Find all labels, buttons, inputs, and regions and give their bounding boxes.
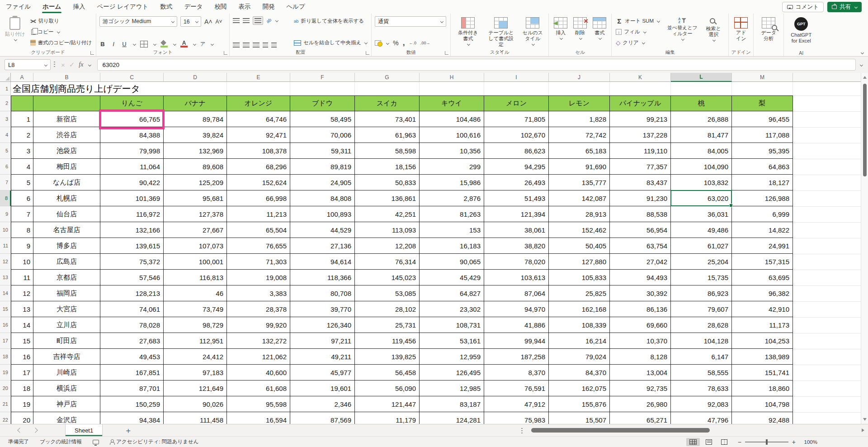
cell-M12[interactable]: 157,315 — [732, 254, 793, 270]
cell-F2[interactable]: ブドウ — [290, 95, 355, 111]
cell-C10[interactable]: 132,166 — [100, 222, 164, 238]
cell-M15[interactable]: 42,910 — [732, 301, 793, 317]
vertical-scrollbar[interactable] — [861, 73, 868, 424]
cell-B11[interactable]: 博多店 — [33, 238, 100, 254]
column-header-B[interactable]: B — [33, 73, 100, 82]
cell-B16[interactable]: 立川店 — [33, 317, 100, 333]
cell-I9[interactable]: 121,394 — [484, 206, 549, 222]
cell-A20[interactable]: 18 — [11, 380, 33, 396]
cell-C22[interactable]: 94,384 — [100, 412, 164, 424]
row-header-11[interactable]: 11 — [0, 238, 11, 254]
cell-L14[interactable]: 86,923 — [671, 285, 732, 301]
cell-I22[interactable]: 75,983 — [484, 412, 549, 424]
cell-E10[interactable]: 65,504 — [227, 222, 290, 238]
cell-A16[interactable]: 14 — [11, 317, 33, 333]
italic-button[interactable]: I — [110, 41, 117, 48]
cell-K16[interactable]: 69,660 — [610, 317, 671, 333]
cell-styles-button[interactable]: セルのスタイル — [520, 16, 545, 47]
display-settings-icon[interactable] — [93, 440, 99, 444]
cell-B4[interactable]: 渋谷店 — [33, 127, 100, 143]
cell-L3[interactable]: 26,888 — [671, 111, 732, 127]
cell-E15[interactable]: 28,378 — [227, 301, 290, 317]
cell-M3[interactable]: 96,455 — [732, 111, 793, 127]
increase-decimal-icon[interactable]: ←.0 — [409, 41, 416, 45]
cell-H20[interactable]: 12,985 — [420, 380, 484, 396]
cell-G12[interactable]: 76,314 — [355, 254, 420, 270]
cell-B17[interactable]: 町田店 — [33, 333, 100, 349]
cell-L13[interactable]: 15,735 — [671, 270, 732, 285]
cell-H14[interactable]: 64,827 — [420, 285, 484, 301]
cell-L6[interactable]: 104,090 — [671, 159, 732, 175]
cell-I20[interactable]: 76,591 — [484, 380, 549, 396]
cell-J20[interactable]: 162,075 — [549, 380, 610, 396]
cell-E6[interactable]: 68,296 — [227, 159, 290, 175]
conditional-formatting-button[interactable]: 条件付き書式 — [454, 16, 482, 47]
cell-E11[interactable]: 76,655 — [227, 238, 290, 254]
borders-icon[interactable] — [140, 41, 148, 48]
cell-L7[interactable]: 103,832 — [671, 175, 732, 190]
cell-L16[interactable]: 28,628 — [671, 317, 732, 333]
cell-G18[interactable]: 139,825 — [355, 349, 420, 365]
row-header-6[interactable]: 6 — [0, 159, 11, 175]
cell-I14[interactable]: 87,064 — [484, 285, 549, 301]
cell-I6[interactable]: 94,295 — [484, 159, 549, 175]
cell-H6[interactable]: 299 — [420, 159, 484, 175]
scroll-up-icon[interactable] — [863, 76, 867, 79]
cell-G1[interactable] — [355, 82, 420, 95]
zoom-slider[interactable] — [745, 442, 788, 442]
cell-H22[interactable]: 124,281 — [420, 412, 484, 424]
cell-F10[interactable]: 44,529 — [290, 222, 355, 238]
cell-I11[interactable]: 38,820 — [484, 238, 549, 254]
menu-tab-view[interactable]: 表示 — [233, 0, 257, 14]
cell-A8[interactable]: 6 — [11, 190, 33, 206]
cell-E9[interactable]: 11,213 — [227, 206, 290, 222]
row-header-19[interactable]: 19 — [0, 365, 11, 380]
cell-I16[interactable]: 41,886 — [484, 317, 549, 333]
cell-F1[interactable] — [290, 82, 355, 95]
cell-B9[interactable]: 仙台店 — [33, 206, 100, 222]
cell-J11[interactable]: 50,405 — [549, 238, 610, 254]
cell-I8[interactable]: 51,493 — [484, 190, 549, 206]
cell-H15[interactable]: 23,302 — [420, 301, 484, 317]
cell-G16[interactable]: 25,731 — [355, 317, 420, 333]
cell-L17[interactable]: 104,128 — [671, 333, 732, 349]
cell-B7[interactable]: なんば店 — [33, 175, 100, 190]
cell-G15[interactable]: 28,102 — [355, 301, 420, 317]
phonetic-guide-icon[interactable]: ア — [200, 41, 205, 48]
cell-K17[interactable]: 10,370 — [610, 333, 671, 349]
cell-G19[interactable]: 56,458 — [355, 365, 420, 380]
column-header-F[interactable]: F — [290, 73, 355, 82]
cell-J14[interactable]: 25,825 — [549, 285, 610, 301]
menu-tab-help[interactable]: ヘルプ — [281, 0, 311, 14]
cell-M20[interactable]: 18,860 — [732, 380, 793, 396]
cell-E16[interactable]: 99,920 — [227, 317, 290, 333]
cell-J17[interactable]: 16,214 — [549, 333, 610, 349]
cell-E17[interactable]: 132,272 — [227, 333, 290, 349]
row-header-12[interactable]: 12 — [0, 254, 11, 270]
cell-C18[interactable]: 49,453 — [100, 349, 164, 365]
cell-D19[interactable]: 97,183 — [164, 365, 227, 380]
menu-tab-developer[interactable]: 開発 — [257, 0, 281, 14]
cell-A9[interactable]: 7 — [11, 206, 33, 222]
cell-E14[interactable]: 3,383 — [227, 285, 290, 301]
cell-G11[interactable]: 12,208 — [355, 238, 420, 254]
cell-C16[interactable]: 78,028 — [100, 317, 164, 333]
cell-K22[interactable]: 65,271 — [610, 412, 671, 424]
cell-D13[interactable]: 116,813 — [164, 270, 227, 285]
cell-B20[interactable]: 横浜店 — [33, 380, 100, 396]
decrease-indent-icon[interactable] — [263, 43, 268, 48]
cell-A22[interactable]: 20 — [11, 412, 33, 424]
row-header-4[interactable]: 4 — [0, 127, 11, 143]
cell-M5[interactable]: 95,395 — [732, 143, 793, 159]
cell-E13[interactable]: 19,008 — [227, 270, 290, 285]
merge-center-button[interactable]: セルを結合して中央揃え — [293, 38, 368, 48]
cell-G22[interactable]: 11,179 — [355, 412, 420, 424]
cell-C2[interactable]: りんご — [100, 95, 164, 111]
cell-J2[interactable]: レモン — [549, 95, 610, 111]
cell-A7[interactable]: 5 — [11, 175, 33, 190]
zoom-level[interactable]: 100% — [801, 439, 817, 445]
cell-K6[interactable]: 77,357 — [610, 159, 671, 175]
vertical-scroll-thumb[interactable] — [863, 84, 867, 176]
row-header-1[interactable]: 1 — [0, 82, 11, 95]
cell-M13[interactable]: 63,695 — [732, 270, 793, 285]
